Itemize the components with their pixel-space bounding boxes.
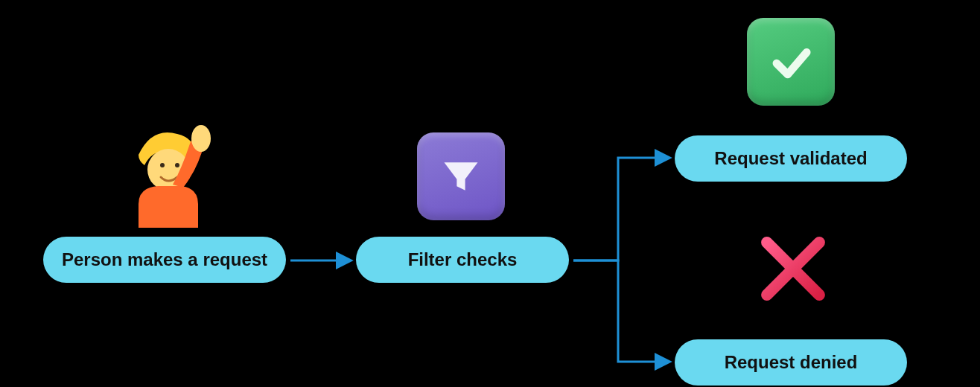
filter-icon	[417, 132, 505, 220]
step-request: Person makes a request	[43, 237, 286, 283]
svg-point-1	[160, 163, 165, 167]
step-request-label: Person makes a request	[62, 249, 267, 270]
check-icon	[747, 18, 835, 106]
arrow-filter-to-denied	[570, 256, 682, 372]
arrow-request-to-filter	[287, 246, 359, 275]
step-denied: Request denied	[675, 339, 907, 386]
step-validated: Request validated	[675, 135, 907, 182]
arrow-filter-to-validated	[570, 134, 682, 265]
step-denied-label: Request denied	[725, 352, 858, 373]
step-validated-label: Request validated	[714, 148, 867, 169]
step-filter-label: Filter checks	[408, 249, 518, 270]
step-filter: Filter checks	[356, 237, 569, 283]
cross-icon	[752, 228, 834, 310]
svg-point-2	[175, 163, 179, 167]
svg-point-3	[191, 125, 211, 152]
person-raising-hand-icon	[109, 116, 220, 228]
